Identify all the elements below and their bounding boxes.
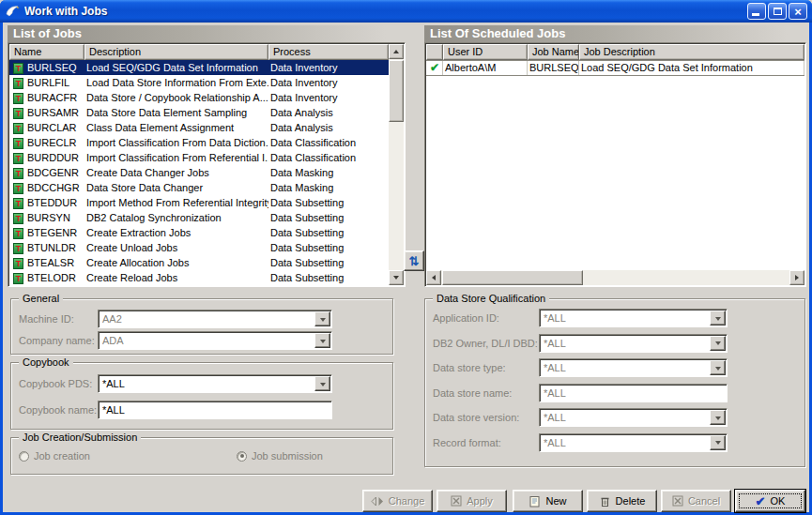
- scroll-up-icon: [393, 47, 399, 53]
- close-button[interactable]: ×: [789, 3, 807, 20]
- app-icon: [5, 4, 20, 19]
- scroll-up-button[interactable]: [389, 44, 404, 59]
- dropdown-arrow-icon[interactable]: [314, 311, 330, 326]
- data-store-name-label: Data store name:: [433, 387, 512, 399]
- column-header-user-id[interactable]: User ID: [443, 44, 528, 60]
- job-row[interactable]: TBURLSEQLoad SEQ/GDG Data Set Informatio…: [9, 60, 389, 75]
- copybook-name-input[interactable]: *ALL: [98, 401, 332, 419]
- job-row[interactable]: TBTUNLDRCreate Unload JobsData Subsettin…: [9, 240, 389, 255]
- dropdown-arrow-icon[interactable]: [314, 376, 330, 391]
- job-type-icon: T: [13, 138, 23, 149]
- job-row[interactable]: TBURLFILLoad Data Store Information From…: [9, 75, 389, 90]
- job-row[interactable]: TBTELODRCreate Reload JobsData Subsettin…: [9, 270, 389, 285]
- job-row[interactable]: TBURDDURImport Classification From Refer…: [9, 150, 389, 165]
- new-icon: [529, 495, 541, 507]
- scroll-thumb[interactable]: [389, 60, 404, 122]
- column-header-job-name[interactable]: Job Name: [528, 44, 579, 60]
- data-store-qualification-group: Data Store Qualification Application ID:…: [424, 298, 805, 467]
- job-row[interactable]: TBTEDDURImport Method From Referential I…: [9, 195, 389, 210]
- dropdown-arrow-icon[interactable]: [710, 336, 726, 351]
- dropdown-arrow-icon[interactable]: [710, 435, 726, 450]
- job-description: Create Reload Jobs: [84, 270, 268, 285]
- scheduled-job-row[interactable]: ✔AlbertoA\MBURLSEQLoad SEQ/GDG Data Set …: [426, 60, 804, 76]
- job-description: Import Method From Referential Integrity: [84, 195, 268, 210]
- cancel-button[interactable]: Cancel: [661, 490, 731, 512]
- job-submission-radio[interactable]: Job submission: [237, 450, 323, 462]
- job-name: BDCGENR: [27, 167, 79, 178]
- scheduled-user-id: AlbertoA\M: [443, 61, 528, 75]
- job-name: BURSYN: [27, 212, 70, 223]
- change-button[interactable]: Change: [362, 490, 433, 512]
- scheduled-horizontal-scrollbar[interactable]: [426, 270, 804, 285]
- job-row[interactable]: TBURSYNDB2 Catalog SynchronizationData S…: [9, 210, 389, 225]
- job-process: Data Subsetting: [268, 270, 389, 285]
- delete-button[interactable]: Delete: [587, 490, 657, 512]
- dsq-field-row: Record format:*ALL: [433, 433, 797, 459]
- job-description: Load Data Store Information From Exte...: [84, 75, 268, 90]
- scroll-left-button[interactable]: [426, 270, 441, 285]
- job-name: BURLFIL: [27, 77, 69, 88]
- job-name: BTUNLDR: [27, 242, 76, 253]
- job-name: BURLSEQ: [27, 62, 77, 73]
- copybook-pds-label: Copybook PDS:: [19, 378, 92, 389]
- job-row[interactable]: TBURSAMRData Store Data Element Sampling…: [9, 105, 389, 120]
- dropdown-arrow-icon[interactable]: [710, 360, 726, 375]
- job-name: BURECLR: [27, 137, 77, 148]
- scroll-down-icon: [393, 276, 399, 282]
- column-header-blank[interactable]: [426, 44, 443, 60]
- job-submission-radio-label: Job submission: [252, 450, 323, 462]
- company-name-combo[interactable]: ADA: [98, 331, 332, 350]
- job-row[interactable]: TBURECLRImport Classification From Data …: [9, 135, 389, 150]
- column-header-name[interactable]: Name: [9, 44, 84, 60]
- data-store-name-input[interactable]: *ALL: [539, 384, 728, 402]
- ok-button[interactable]: ✔OK: [735, 490, 805, 512]
- data-store-version-combo[interactable]: *ALL: [539, 408, 728, 427]
- job-row[interactable]: TBTEGENRCreate Extraction JobsData Subse…: [9, 225, 389, 240]
- job-row[interactable]: TBDCGENRCreate Data Changer JobsData Mas…: [9, 165, 389, 180]
- dropdown-arrow-icon[interactable]: [314, 333, 330, 348]
- column-header-process[interactable]: Process: [268, 44, 389, 60]
- job-description: Data Store Data Changer: [84, 180, 268, 195]
- job-row[interactable]: TBTEALSRCreate Allocation JobsData Subse…: [9, 255, 389, 270]
- job-process: Data Classification: [268, 150, 389, 165]
- job-row[interactable]: TBURCLARClass Data Element AssignmentDat…: [9, 120, 389, 135]
- dropdown-arrow-icon[interactable]: [710, 410, 726, 425]
- job-description: Create Allocation Jobs: [84, 255, 268, 270]
- cancel-icon: [672, 495, 683, 507]
- job-process: Data Subsetting: [268, 255, 389, 270]
- machine-id-label: Machine ID:: [19, 313, 74, 325]
- column-header-job-description[interactable]: Job Description: [579, 44, 804, 60]
- check-icon: ✔: [428, 61, 439, 74]
- db2-owner-dli-dbd-combo[interactable]: *ALL: [539, 334, 728, 353]
- job-process: Data Classification: [268, 135, 389, 150]
- job-description: Import Classification From Referential I…: [84, 150, 268, 165]
- job-row[interactable]: TBURACFRData Store / Copybook Relationsh…: [9, 90, 389, 105]
- job-creation-radio[interactable]: Job creation: [19, 450, 90, 462]
- scroll-right-button[interactable]: [789, 270, 804, 285]
- new-button[interactable]: New: [513, 490, 583, 512]
- job-process: Data Subsetting: [268, 195, 389, 210]
- radio-selected-icon: [237, 451, 247, 462]
- titlebar: Work with Jobs ×: [0, 0, 812, 23]
- record-format-combo[interactable]: *ALL: [539, 433, 728, 452]
- minimize-button[interactable]: [747, 3, 766, 20]
- apply-button[interactable]: Apply: [437, 490, 507, 512]
- copybook-pds-combo[interactable]: *ALL: [98, 374, 332, 393]
- data-store-type-combo[interactable]: *ALL: [539, 358, 728, 377]
- job-type-icon: T: [13, 123, 23, 134]
- application-id-combo[interactable]: *ALL: [539, 309, 728, 327]
- column-header-description[interactable]: Description: [84, 44, 268, 60]
- copybook-name-label: Copybook name:: [19, 404, 97, 416]
- scroll-thumb[interactable]: [442, 270, 583, 285]
- schedule-transfer-button[interactable]: ⇅: [404, 250, 424, 271]
- job-name: BTEALSR: [27, 257, 74, 268]
- scroll-down-button[interactable]: [389, 270, 404, 285]
- dropdown-arrow-icon[interactable]: [710, 311, 726, 326]
- machine-id-combo[interactable]: AA2: [98, 310, 332, 328]
- maximize-button[interactable]: [768, 3, 787, 20]
- job-process: Data Masking: [268, 165, 389, 180]
- job-row[interactable]: TBDCCHGRData Store Data ChangerData Mask…: [9, 180, 389, 195]
- job-description: Create Unload Jobs: [84, 240, 268, 255]
- jobs-vertical-scrollbar[interactable]: [389, 44, 404, 285]
- job-name: BDCCHGR: [27, 182, 80, 193]
